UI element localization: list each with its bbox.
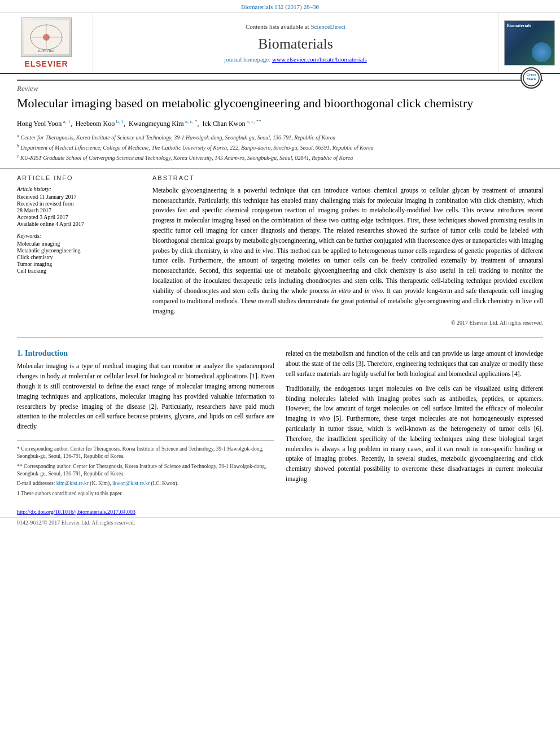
affiliations: a Center for Theragnosis, Korea Institut… <box>17 133 543 163</box>
history-label: Article history: <box>17 186 141 192</box>
author-4-sup: a, c, ** <box>245 119 261 124</box>
citation-text: Biomaterials 132 (2017) 28–36 <box>241 3 319 10</box>
keyword-1: Molecular imaging <box>17 241 141 247</box>
abstract-column: ABSTRACT Metabolic glycoengineering is a… <box>152 174 543 326</box>
crossmark-icon: Cross Mark <box>520 67 542 89</box>
article-info-abstract: ARTICLE INFO Article history: Received 1… <box>0 168 560 332</box>
authors-list: Hong Yeol Yoon a, 1, Heebeom Koo b, 1, K… <box>17 117 543 129</box>
doi-link[interactable]: http://dx.doi.org/10.1016/j.biomaterials… <box>17 509 135 515</box>
author-4: Ick Chan Kwon <box>202 120 245 128</box>
elsevier-branding: ELSEVIER ELSEVIER <box>21 18 72 68</box>
footnote-2: ** Corresponding author. Center for Ther… <box>17 463 274 478</box>
abstract-text: Metabolic glycoengineering is a powerful… <box>152 186 543 317</box>
article-type-label: Review <box>17 80 543 93</box>
svg-text:Cross: Cross <box>527 72 536 77</box>
author-1: Hong Yeol Yoon <box>17 120 62 128</box>
affiliation-c: c KU-KIST Graduate School of Converging … <box>17 153 543 162</box>
intro-paragraph-1: Molecular imaging is a type of medical i… <box>17 361 274 432</box>
elsevier-image: ELSEVIER <box>21 18 72 57</box>
keyword-4: Tumor imaging <box>17 261 141 267</box>
author-2: Heebeom Koo <box>76 120 115 128</box>
author-3-sup: a, c, * <box>184 119 198 124</box>
intro-paragraph-3: Traditionally, the endogenous target mol… <box>286 384 543 484</box>
publisher-logo: ELSEVIER ELSEVIER <box>0 13 93 73</box>
author-1-sup: a, 1 <box>62 119 70 124</box>
journal-info: Contents lists available at ScienceDirec… <box>93 13 498 73</box>
article-info-column: ARTICLE INFO Article history: Received 1… <box>17 174 141 326</box>
abstract-header: ABSTRACT <box>152 174 543 181</box>
journal-citation: Biomaterials 132 (2017) 28–36 <box>0 0 560 13</box>
author-2-sup: b, 1 <box>115 119 124 124</box>
footnote-1: * Corresponding author. Center for Thera… <box>17 445 274 461</box>
cover-title: Biomaterials <box>507 23 532 29</box>
keyword-3: Click chemistry <box>17 254 141 260</box>
article-title: Molecular imaging based on metabolic gly… <box>17 95 515 112</box>
keywords-section: Keywords: Molecular imaging Metabolic gl… <box>17 233 141 274</box>
copyright-notice: © 2017 Elsevier Ltd. All rights reserved… <box>152 320 543 326</box>
cover-decoration <box>532 42 552 62</box>
affiliation-a: a Center for Theragnosis, Korea Institut… <box>17 133 543 142</box>
keywords-label: Keywords: <box>17 233 141 239</box>
accepted-date: Accepted 3 April 2017 <box>17 214 141 220</box>
elsevier-name: ELSEVIER <box>24 59 68 68</box>
footnotes-section: * Corresponding author. Center for Thera… <box>17 440 274 497</box>
keyword-5: Cell tracking <box>17 268 141 274</box>
svg-text:ELSEVIER: ELSEVIER <box>38 49 54 53</box>
section-divider <box>17 337 543 338</box>
doi-section: http://dx.doi.org/10.1016/j.biomaterials… <box>0 505 560 517</box>
svg-text:Mark: Mark <box>526 77 536 81</box>
received-date: Received 11 January 2017 <box>17 194 141 200</box>
email-link-2[interactable]: ikwon@kist.re.kr <box>112 480 150 486</box>
crossmark-badge: Cross Mark <box>520 67 543 90</box>
revised-label: Received in revised form <box>17 200 141 207</box>
journal-title: Biomaterials <box>258 36 333 53</box>
author-3: Kwangmeyung Kim <box>129 120 184 128</box>
science-direct-anchor[interactable]: ScienceDirect <box>310 23 345 30</box>
homepage-link[interactable]: www.elsevier.com/locate/biomaterials <box>272 56 367 63</box>
journal-homepage: journal homepage: www.elsevier.com/locat… <box>224 56 367 63</box>
footnote-equal: 1 These authors contributed equally to t… <box>17 490 274 497</box>
section-1-header: 1. Introduction <box>17 349 274 358</box>
intro-paragraph-2: related on the metabolism and function o… <box>286 349 543 379</box>
body-left-column: 1. Introduction Molecular imaging is a t… <box>17 349 274 499</box>
keyword-2: Metabolic glycoengineering <box>17 247 141 254</box>
article-history: Article history: Received 11 January 201… <box>17 186 141 227</box>
revised-date: 28 March 2017 <box>17 207 141 213</box>
email-link-1[interactable]: kim@kist.re.kr <box>56 480 89 486</box>
science-direct-link: Contents lists available at ScienceDirec… <box>246 23 345 30</box>
main-body: 1. Introduction Molecular imaging is a t… <box>0 343 560 505</box>
article-info-header: ARTICLE INFO <box>17 174 141 181</box>
cover-image: Biomaterials <box>504 20 555 65</box>
affiliation-b: b Department of Medical Lifescience, Col… <box>17 143 543 152</box>
article-header: Review Molecular imaging based on metabo… <box>0 74 560 163</box>
body-right-column: related on the metabolism and function o… <box>286 349 543 499</box>
journal-cover: Biomaterials <box>498 13 560 73</box>
svg-point-4 <box>43 34 50 41</box>
issn-bar: 0142-9612/© 2017 Elsevier Ltd. All right… <box>0 517 560 527</box>
journal-header: ELSEVIER ELSEVIER Contents lists availab… <box>0 13 560 74</box>
footnote-email: E-mail addresses: kim@kist.re.kr (K. Kim… <box>17 480 274 487</box>
available-date: Available online 4 April 2017 <box>17 221 141 227</box>
